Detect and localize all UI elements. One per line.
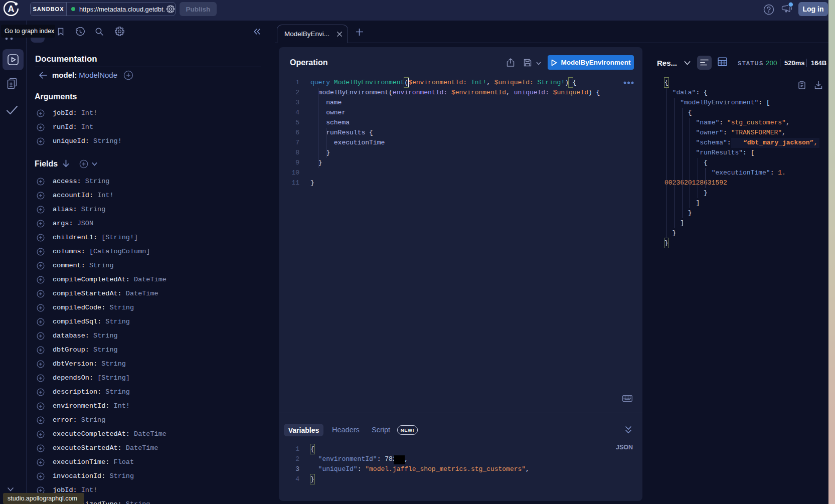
svg-text:A: A — [8, 4, 15, 14]
